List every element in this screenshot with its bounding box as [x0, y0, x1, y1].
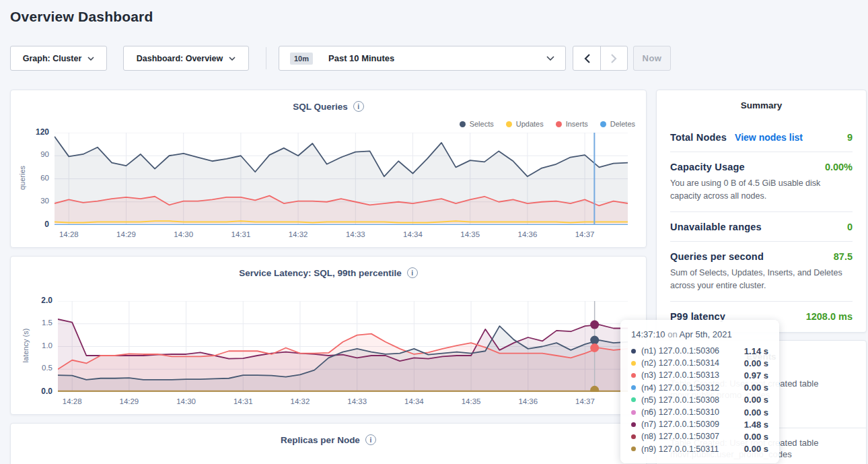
y-axis-tick: 2.0 [27, 296, 52, 305]
overview-dashboard-page: Overview Dashboard Graph: Cluster Dashbo… [0, 0, 868, 464]
summary-title: Summary [657, 100, 866, 110]
dashboard-dropdown[interactable]: Dashboard: Overview [123, 46, 249, 71]
tooltip-row: (n3) 127.0.0.1:503130.97 s [631, 369, 768, 381]
summary-value: 0.00% [825, 162, 853, 172]
info-icon[interactable]: i [407, 267, 418, 278]
replicas-per-node-title: Replicas per Node [281, 435, 360, 445]
hover-dot [590, 336, 599, 345]
service-latency-chart[interactable] [58, 301, 628, 392]
time-nav-group [573, 46, 628, 71]
summary-row-head: Capacity Usage0.00% [670, 162, 853, 172]
y-axis-label: latency (s) [22, 325, 30, 366]
x-axis-tick: 14:31 [227, 397, 258, 405]
tooltip-row: (n7) 127.0.0.1:503091.48 s [631, 418, 768, 430]
service-latency-chart-plot [58, 301, 628, 395]
legend-swatch [556, 121, 562, 127]
x-axis-tick: 14:35 [455, 230, 486, 238]
y-axis-tick: 0 [24, 220, 49, 229]
node-color-dot [631, 397, 636, 402]
tooltip-node-value: 1.14 s [744, 346, 768, 356]
node-color-dot [631, 434, 636, 439]
x-axis-tick: 14:28 [53, 230, 84, 238]
x-axis-tick: 14:29 [114, 397, 145, 405]
time-range-selector[interactable]: 10m Past 10 Minutes [279, 46, 566, 71]
y-axis-label: queries [18, 158, 26, 198]
summary-rows: Total NodesView nodes list9Capacity Usag… [670, 123, 853, 331]
info-icon[interactable]: i [353, 101, 364, 112]
legend-swatch [600, 121, 606, 127]
tooltip-node-label: (n9) 127.0.0.1:50311 [641, 444, 719, 454]
x-axis-tick: 14:33 [342, 397, 373, 405]
summary-subtext: You are using 0 B of 4.5 GiB usable disk… [670, 177, 853, 203]
legend-item-inserts[interactable]: Inserts [556, 120, 588, 128]
tooltip-timestamp: 14:37:10 on Apr 5th, 2021 [631, 329, 768, 339]
node-color-dot [631, 373, 636, 378]
summary-row: Total NodesView nodes list9 [670, 123, 853, 152]
x-axis-tick: 14:36 [513, 397, 544, 405]
tooltip-row: (n2) 127.0.0.1:503140.00 s [631, 357, 768, 369]
tooltip-node-value: 1.48 s [744, 420, 768, 430]
x-axis-tick: 14:37 [569, 397, 600, 405]
tooltip-node-label: (n1) 127.0.0.1:50306 [641, 346, 719, 356]
sql-queries-title: SQL Queries [293, 102, 348, 112]
y-axis-tick: 90 [24, 150, 49, 158]
info-icon[interactable]: i [365, 434, 376, 445]
legend-swatch [460, 121, 466, 127]
service-latency-card: Service Latency: SQL, 99th percentile i … [10, 256, 647, 415]
y-axis-tick: 0.0 [27, 387, 52, 396]
tooltip-row: (n1) 127.0.0.1:503061.14 s [631, 345, 768, 357]
view-nodes-link[interactable]: View nodes list [735, 132, 803, 143]
tooltip-node-label: (n6) 127.0.0.1:50310 [641, 407, 719, 417]
x-axis-tick: 14:36 [512, 230, 543, 238]
summary-label: Total Nodes [670, 132, 727, 143]
y-axis-tick: 1.5 [27, 319, 52, 327]
summary-row: Unavailable ranges0 [670, 211, 853, 241]
node-color-dot [631, 410, 636, 415]
chart-hover-tooltip: 14:37:10 on Apr 5th, 2021 (n1) 127.0.0.1… [620, 320, 779, 463]
summary-row-head: Unavailable ranges0 [670, 222, 853, 232]
x-axis-tick: 14:32 [285, 397, 316, 405]
node-color-dot [631, 422, 636, 427]
x-axis-tick: 14:30 [168, 230, 199, 238]
x-axis-tick: 14:34 [398, 230, 429, 238]
tooltip-row: (n8) 127.0.0.1:503070.00 s [631, 430, 768, 442]
prev-time-button[interactable] [573, 46, 600, 70]
graph-dropdown[interactable]: Graph: Cluster [10, 46, 107, 71]
tooltip-row: (n9) 127.0.0.1:503110.00 s [631, 443, 768, 455]
node-color-dot [631, 361, 636, 366]
summary-value: 1208.0 ms [806, 311, 853, 322]
x-axis-tick: 14:37 [569, 230, 600, 238]
controls-divider [266, 47, 266, 69]
chevron-down-icon [229, 57, 236, 61]
summary-row: Capacity Usage0.00%You are using 0 B of … [670, 152, 853, 211]
y-axis-tick: 120 [24, 127, 49, 137]
legend-item-selects[interactable]: Selects [460, 120, 494, 128]
summary-panel: Summary Total NodesView nodes list9Capac… [656, 90, 867, 333]
tooltip-row: (n5) 127.0.0.1:503080.00 s [631, 394, 768, 406]
legend-item-deletes[interactable]: Deletes [600, 120, 635, 128]
legend-item-updates[interactable]: Updates [506, 120, 544, 128]
now-button[interactable]: Now [633, 46, 671, 71]
legend-label: Inserts [566, 120, 588, 128]
x-axis-tick: 14:33 [340, 230, 371, 238]
chevron-down-icon [87, 57, 94, 61]
tooltip-row: (n6) 127.0.0.1:503100.00 s [631, 406, 768, 418]
summary-row-head: Queries per second87.5 [670, 251, 853, 262]
summary-value: 9 [847, 132, 853, 143]
dashboard-dropdown-label: Dashboard: Overview [137, 54, 223, 63]
hover-dot [590, 321, 599, 329]
y-axis-tick: 60 [24, 174, 49, 182]
x-axis-tick: 14:29 [111, 230, 142, 238]
x-axis-tick: 14:28 [57, 397, 87, 405]
tooltip-node-value: 0.00 s [744, 407, 768, 418]
sql-queries-chart[interactable] [55, 133, 628, 225]
x-axis-tick: 14:31 [225, 230, 256, 238]
x-axis-tick: 14:35 [456, 397, 486, 405]
sql-queries-chart-plot [55, 133, 628, 228]
next-time-button[interactable] [600, 46, 627, 70]
y-axis-tick: 30 [24, 197, 49, 205]
legend-label: Deletes [610, 120, 635, 128]
chevron-left-icon [584, 54, 590, 63]
summary-label: Queries per second [670, 251, 764, 262]
x-axis-tick: 14:32 [283, 230, 314, 238]
